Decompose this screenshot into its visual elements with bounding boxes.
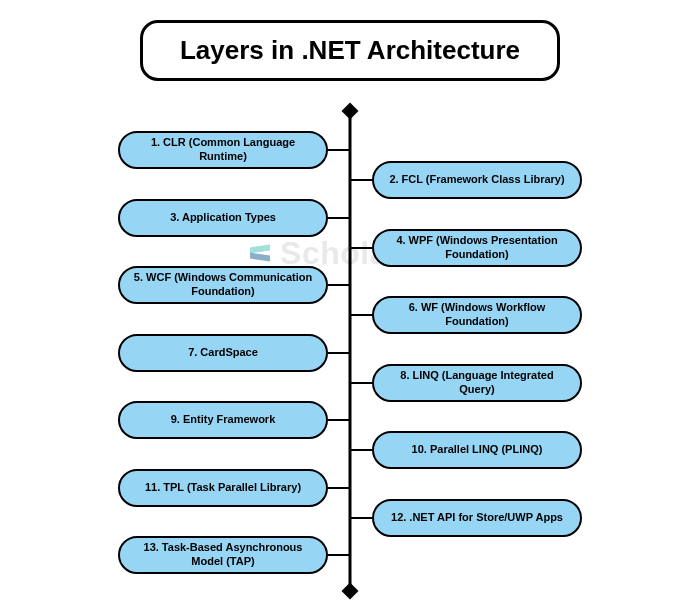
title-box: Layers in .NET Architecture: [140, 20, 560, 81]
layer-pill: 8. LINQ (Language Integrated Query): [372, 364, 582, 402]
diamond-bottom-icon: [342, 583, 359, 600]
layer-label: 13. Task-Based Asynchronous Model (TAP): [130, 541, 316, 569]
layer-pill: 11. TPL (Task Parallel Library): [118, 469, 328, 507]
timeline-tick: [328, 554, 350, 556]
layer-label: 6. WF (Windows Workflow Foundation): [384, 301, 570, 329]
page-title: Layers in .NET Architecture: [163, 35, 537, 66]
timeline-tick: [350, 449, 372, 451]
timeline-tick: [328, 284, 350, 286]
timeline-tick: [350, 382, 372, 384]
layer-pill: 13. Task-Based Asynchronous Model (TAP): [118, 536, 328, 574]
layer-label: 10. Parallel LINQ (PLINQ): [412, 443, 543, 457]
timeline-tick: [350, 247, 372, 249]
timeline-axis: [349, 111, 352, 591]
timeline-tick: [350, 179, 372, 181]
layer-pill: 5. WCF (Windows Communication Foundation…: [118, 266, 328, 304]
layer-label: 1. CLR (Common Language Runtime): [130, 136, 316, 164]
layer-label: 3. Application Types: [170, 211, 276, 225]
layer-pill: 7. CardSpace: [118, 334, 328, 372]
timeline-tick: [328, 419, 350, 421]
timeline-tick: [328, 487, 350, 489]
layer-label: 9. Entity Framework: [171, 413, 276, 427]
layer-pill: 2. FCL (Framework Class Library): [372, 161, 582, 199]
diamond-top-icon: [342, 103, 359, 120]
layer-pill: 1. CLR (Common Language Runtime): [118, 131, 328, 169]
layer-label: 2. FCL (Framework Class Library): [389, 173, 564, 187]
timeline-tick: [328, 149, 350, 151]
layer-label: 7. CardSpace: [188, 346, 258, 360]
layer-pill: 10. Parallel LINQ (PLINQ): [372, 431, 582, 469]
timeline-diagram: 1. CLR (Common Language Runtime)2. FCL (…: [50, 111, 650, 591]
layer-label: 5. WCF (Windows Communication Foundation…: [130, 271, 316, 299]
layer-pill: 3. Application Types: [118, 199, 328, 237]
layer-label: 4. WPF (Windows Presentation Foundation): [384, 234, 570, 262]
layer-label: 12. .NET API for Store/UWP Apps: [391, 511, 563, 525]
timeline-tick: [328, 352, 350, 354]
layer-label: 11. TPL (Task Parallel Library): [145, 481, 301, 495]
timeline-tick: [350, 314, 372, 316]
timeline-tick: [328, 217, 350, 219]
layer-pill: 6. WF (Windows Workflow Foundation): [372, 296, 582, 334]
layer-pill: 12. .NET API for Store/UWP Apps: [372, 499, 582, 537]
layer-pill: 4. WPF (Windows Presentation Foundation): [372, 229, 582, 267]
timeline-tick: [350, 517, 372, 519]
layer-pill: 9. Entity Framework: [118, 401, 328, 439]
layer-label: 8. LINQ (Language Integrated Query): [384, 369, 570, 397]
